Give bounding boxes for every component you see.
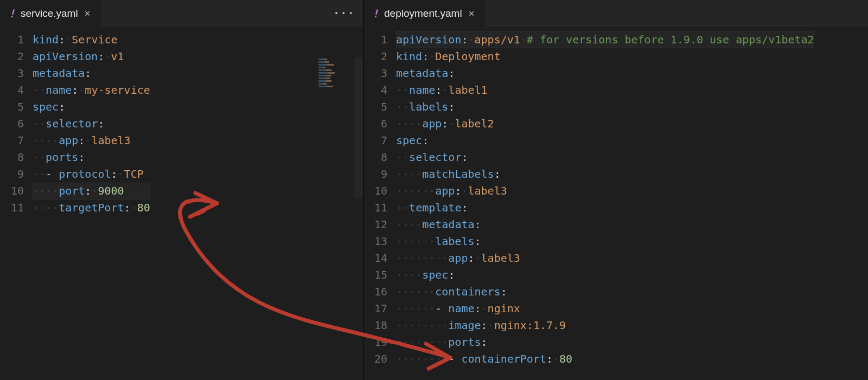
code-token-str: label1 — [448, 83, 487, 96]
code-line: ······- name:·nginx — [396, 300, 814, 317]
code-token-key: kind — [33, 33, 59, 46]
code-token-ws: · — [118, 168, 124, 181]
code-token-ws: ·· — [33, 151, 46, 164]
line-numbers-left: 1234567891011 — [0, 27, 33, 380]
minimap-line — [318, 83, 330, 85]
editor-left[interactable]: 1234567891011 kind:·ServiceapiVersion:·v… — [0, 27, 363, 380]
code-line: apiVersion:·apps/v1·# for versions befor… — [396, 31, 814, 48]
scroll-overview-left[interactable] — [354, 57, 363, 198]
code-area-left[interactable]: kind:·ServiceapiVersion:·v1metadata:··na… — [33, 27, 150, 380]
code-token-pun: - — [435, 302, 448, 315]
code-token-pun: : — [481, 336, 488, 349]
code-token-key: image — [448, 319, 481, 332]
close-icon[interactable]: × — [468, 9, 476, 18]
line-number: 5 — [0, 99, 24, 115]
minimap-line — [318, 59, 331, 60]
code-token-pun: : — [461, 201, 468, 214]
tabbar-left: ! service.yaml × ··· — [0, 0, 363, 27]
code-token-ws: ········ — [396, 336, 448, 349]
line-number: 11 — [0, 199, 24, 216]
code-token-ws: ······ — [396, 302, 435, 315]
code-line: metadata: — [33, 65, 150, 82]
line-number: 18 — [363, 317, 387, 334]
code-token-str: label3 — [481, 252, 520, 265]
code-token-pun: : — [85, 184, 91, 197]
code-token-ws: · — [553, 352, 559, 365]
minimap-line — [318, 75, 337, 76]
code-token-ws: · — [78, 83, 85, 96]
line-number: 8 — [363, 149, 387, 166]
code-line: ····app:·label2 — [396, 115, 814, 132]
code-token-pun: : — [111, 168, 118, 181]
code-line: ······containers: — [396, 284, 814, 300]
editor-pane-right: ! deployment.yaml × 12345678910111213141… — [363, 0, 868, 380]
close-icon[interactable]: × — [84, 9, 92, 18]
code-token-pun: : — [468, 252, 474, 265]
code-token-ws: ······ — [396, 285, 435, 298]
code-token-pun: : — [59, 100, 65, 113]
line-number: 3 — [363, 65, 387, 82]
line-number: 16 — [363, 284, 387, 300]
code-token-ws: ·· — [33, 117, 46, 130]
line-number: 3 — [0, 65, 24, 82]
line-number: 6 — [363, 115, 387, 132]
tabbar-right: ! deployment.yaml × — [363, 0, 868, 27]
line-number: 9 — [363, 166, 387, 183]
code-line: ········ports: — [396, 334, 814, 351]
code-token-key: template — [409, 201, 461, 214]
code-token-pun: - — [448, 352, 461, 365]
line-number: 10 — [363, 183, 387, 199]
code-token-num: 9000 — [98, 184, 124, 197]
code-token-pun: : — [442, 117, 448, 130]
code-token-ws: ···· — [396, 168, 422, 181]
code-token-num: 80 — [559, 352, 572, 365]
code-token-key: containerPort — [461, 352, 546, 365]
line-number: 20 — [363, 351, 387, 368]
code-area-right[interactable]: apiVersion:·apps/v1·# for versions befor… — [396, 27, 814, 380]
code-line: ········app:·label3 — [396, 250, 814, 267]
code-token-str: label3 — [91, 134, 130, 147]
code-line: ····spec: — [396, 267, 814, 284]
code-token-ws: ···· — [396, 117, 422, 130]
code-token-pun: : — [98, 50, 104, 63]
code-token-ws: ·· — [33, 83, 46, 96]
code-token-ws: · — [104, 50, 111, 63]
minimap-line — [318, 61, 334, 63]
line-number: 11 — [363, 199, 387, 216]
line-number: 5 — [363, 99, 387, 115]
code-token-str: label3 — [468, 184, 507, 197]
tab-deployment-yaml[interactable]: ! deployment.yaml × — [363, 0, 484, 27]
code-token-ws: ········ — [396, 252, 448, 265]
more-actions-icon[interactable]: ··· — [333, 6, 354, 21]
code-token-ws: · — [481, 302, 488, 315]
code-line: ······app:·label3 — [396, 183, 814, 199]
editor-right[interactable]: 1234567891011121314151617181920 apiVersi… — [363, 27, 868, 380]
code-token-ws: · — [131, 201, 137, 214]
code-line: ··- protocol:·TCP — [33, 166, 150, 183]
code-token-ws: ···· — [33, 184, 59, 197]
code-token-pun: : — [475, 218, 481, 231]
code-line: spec: — [396, 132, 814, 149]
code-token-key: spec — [33, 100, 59, 113]
line-number: 1 — [0, 31, 24, 48]
line-numbers-right: 1234567891011121314151617181920 — [363, 27, 396, 380]
code-token-ws: ···· — [396, 218, 422, 231]
code-line: ··selector: — [396, 149, 814, 166]
code-line: ··template: — [396, 199, 814, 216]
code-token-ws: · — [468, 33, 474, 46]
code-token-ws: ·· — [396, 201, 409, 214]
code-token-str: nginx — [488, 302, 520, 315]
line-number: 14 — [363, 250, 387, 267]
code-token-ws: · — [65, 33, 72, 46]
code-token-key: port — [59, 184, 85, 197]
code-token-ws: · — [85, 134, 91, 147]
line-number: 17 — [363, 300, 387, 317]
code-token-pun: : — [422, 50, 429, 63]
tab-service-yaml[interactable]: ! service.yaml × — [0, 0, 100, 27]
code-token-key: apiVersion — [33, 50, 98, 63]
code-token-key: spec — [422, 268, 448, 281]
minimap-left[interactable] — [318, 59, 344, 107]
code-token-key: containers — [435, 285, 500, 298]
code-token-ws: · — [442, 83, 448, 96]
code-token-str: my-service — [85, 83, 150, 96]
